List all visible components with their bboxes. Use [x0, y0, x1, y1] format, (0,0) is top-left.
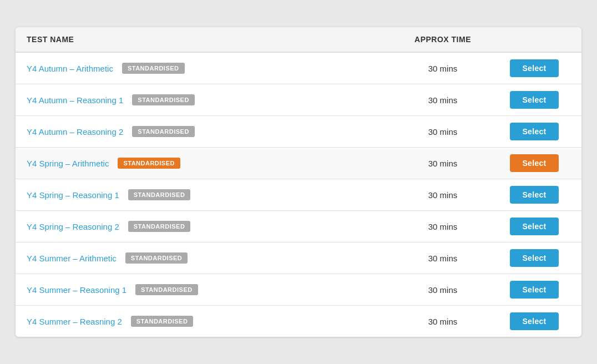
badge-1: STANDARDISED — [132, 94, 195, 105]
col-action-3: Select — [498, 154, 570, 172]
select-button-4[interactable]: Select — [510, 186, 558, 204]
table-row: Y4 Summer – Arithmetic STANDARDISED 30 m… — [16, 242, 581, 274]
col-name-7: Y4 Summer – Reasoning 1 STANDARDISED — [27, 284, 387, 295]
col-action-6: Select — [498, 249, 570, 267]
select-button-0[interactable]: Select — [510, 59, 558, 77]
select-button-6[interactable]: Select — [510, 249, 558, 267]
col-action-4: Select — [498, 186, 570, 204]
col-time-1: 30 mins — [387, 95, 498, 105]
test-link-4[interactable]: Y4 Spring – Reasoning 1 — [27, 190, 119, 200]
test-link-0[interactable]: Y4 Autumn – Arithmetic — [27, 64, 113, 73]
col-time-0: 30 mins — [387, 64, 498, 73]
badge-3: STANDARDISED — [118, 158, 180, 169]
test-link-6[interactable]: Y4 Summer – Arithmetic — [27, 254, 117, 263]
select-button-2[interactable]: Select — [510, 123, 558, 140]
table-row: Y4 Autumn – Reasoning 2 STANDARDISED 30 … — [16, 116, 581, 148]
col-action-1: Select — [498, 91, 570, 109]
column-header-time: APPROX TIME — [387, 35, 498, 44]
col-time-4: 30 mins — [387, 190, 498, 200]
badge-2: STANDARDISED — [132, 126, 195, 137]
test-link-8[interactable]: Y4 Summer – Reasning 2 — [27, 317, 122, 326]
test-table: TEST NAME APPROX TIME Y4 Autumn – Arithm… — [16, 27, 581, 337]
table-header: TEST NAME APPROX TIME — [16, 27, 581, 53]
col-name-1: Y4 Autumn – Reasoning 1 STANDARDISED — [27, 94, 387, 105]
table-row: Y4 Spring – Reasoning 1 STANDARDISED 30 … — [16, 179, 581, 211]
col-action-0: Select — [498, 59, 570, 77]
select-button-8[interactable]: Select — [510, 312, 558, 330]
select-button-5[interactable]: Select — [510, 218, 558, 235]
table-row: Y4 Spring – Arithmetic STANDARDISED 30 m… — [16, 148, 581, 179]
col-action-7: Select — [498, 281, 570, 299]
col-name-2: Y4 Autumn – Reasoning 2 STANDARDISED — [27, 126, 387, 137]
col-action-5: Select — [498, 218, 570, 235]
badge-4: STANDARDISED — [128, 189, 191, 200]
test-link-7[interactable]: Y4 Summer – Reasoning 1 — [27, 285, 127, 295]
test-link-2[interactable]: Y4 Autumn – Reasoning 2 — [27, 127, 123, 136]
col-time-5: 30 mins — [387, 222, 498, 231]
col-time-8: 30 mins — [387, 317, 498, 326]
col-time-2: 30 mins — [387, 127, 498, 136]
col-time-3: 30 mins — [387, 159, 498, 168]
test-link-5[interactable]: Y4 Spring – Reasoning 2 — [27, 222, 119, 231]
table-row: Y4 Spring – Reasoning 2 STANDARDISED 30 … — [16, 211, 581, 242]
test-link-1[interactable]: Y4 Autumn – Reasoning 1 — [27, 95, 123, 105]
col-name-0: Y4 Autumn – Arithmetic STANDARDISED — [27, 63, 387, 74]
badge-7: STANDARDISED — [135, 284, 198, 295]
badge-5: STANDARDISED — [128, 221, 191, 232]
col-name-3: Y4 Spring – Arithmetic STANDARDISED — [27, 158, 387, 169]
column-header-name: TEST NAME — [27, 35, 387, 44]
table-row: Y4 Autumn – Arithmetic STANDARDISED 30 m… — [16, 53, 581, 84]
col-time-7: 30 mins — [387, 285, 498, 295]
test-link-3[interactable]: Y4 Spring – Arithmetic — [27, 159, 109, 168]
select-button-3[interactable]: Select — [510, 154, 558, 172]
col-name-8: Y4 Summer – Reasning 2 STANDARDISED — [27, 316, 387, 327]
col-action-8: Select — [498, 312, 570, 330]
col-time-6: 30 mins — [387, 254, 498, 263]
table-row: Y4 Autumn – Reasoning 1 STANDARDISED 30 … — [16, 84, 581, 116]
badge-6: STANDARDISED — [125, 252, 188, 264]
col-name-6: Y4 Summer – Arithmetic STANDARDISED — [27, 252, 387, 264]
col-name-5: Y4 Spring – Reasoning 2 STANDARDISED — [27, 221, 387, 232]
table-row: Y4 Summer – Reasning 2 STANDARDISED 30 m… — [16, 306, 581, 337]
select-button-1[interactable]: Select — [510, 91, 558, 109]
select-button-7[interactable]: Select — [510, 281, 558, 299]
table-body: Y4 Autumn – Arithmetic STANDARDISED 30 m… — [16, 53, 581, 337]
col-name-4: Y4 Spring – Reasoning 1 STANDARDISED — [27, 189, 387, 200]
badge-0: STANDARDISED — [122, 63, 185, 74]
badge-8: STANDARDISED — [131, 316, 194, 327]
col-action-2: Select — [498, 123, 570, 140]
table-row: Y4 Summer – Reasoning 1 STANDARDISED 30 … — [16, 274, 581, 306]
